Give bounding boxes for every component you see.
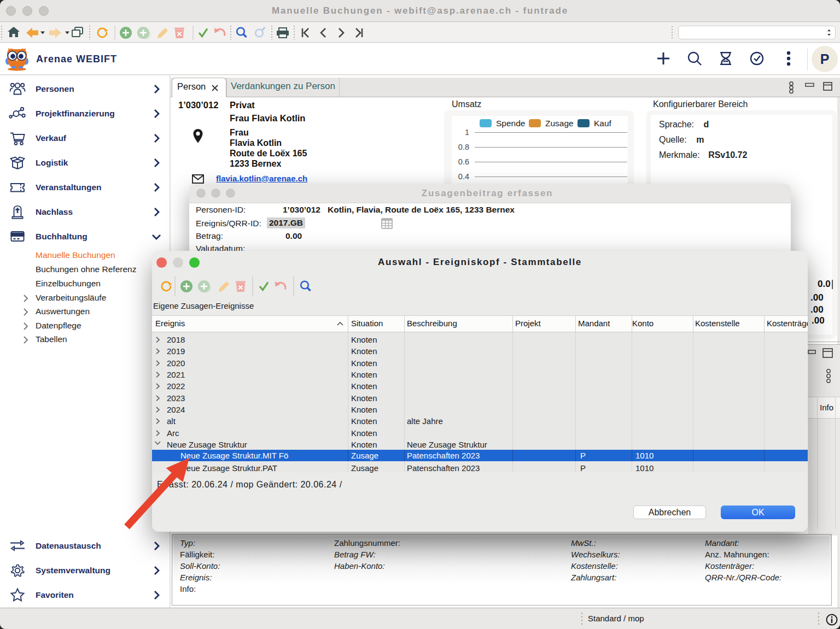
svg-text:0.4: 0.4 [458,172,469,181]
svg-text:0.6: 0.6 [458,157,469,166]
svg-text:0.8: 0.8 [458,143,469,151]
svg-text:1: 1 [465,128,469,137]
